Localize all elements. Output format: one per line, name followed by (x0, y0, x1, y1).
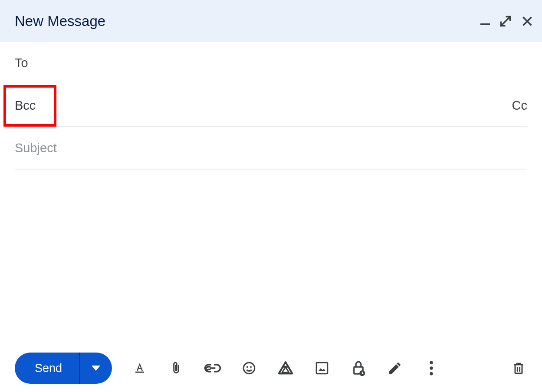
insert-emoji-icon[interactable] (240, 359, 258, 377)
svg-point-7 (430, 366, 433, 369)
header-icons-group (480, 15, 533, 27)
format-text-icon[interactable] (131, 359, 148, 377)
formatting-icons (131, 359, 440, 377)
svg-point-1 (246, 366, 248, 368)
insert-drive-icon[interactable] (277, 359, 294, 377)
compose-toolbar: Send (0, 344, 542, 392)
message-body[interactable] (0, 170, 542, 330)
more-options-icon[interactable] (423, 359, 440, 377)
compose-title: New Message (15, 13, 105, 29)
to-field[interactable]: To (15, 42, 527, 85)
bcc-label: Bcc (15, 98, 36, 113)
send-button-group: Send (15, 353, 112, 384)
compose-header: New Message (0, 0, 542, 42)
subject-field-row (15, 127, 527, 170)
to-label: To (15, 56, 28, 70)
insert-signature-icon[interactable] (386, 359, 404, 377)
insert-link-icon[interactable] (204, 359, 221, 377)
recipient-fields: To Bcc Cc (0, 42, 542, 170)
subject-input[interactable] (15, 141, 527, 155)
svg-point-0 (243, 363, 255, 374)
insert-photo-icon[interactable] (313, 359, 331, 377)
cc-link[interactable]: Cc (512, 98, 527, 113)
fullscreen-icon[interactable] (499, 15, 512, 27)
svg-rect-3 (316, 363, 328, 374)
confidential-mode-icon[interactable] (350, 359, 367, 377)
send-button[interactable]: Send (15, 353, 80, 384)
bcc-field[interactable]: Bcc Cc (15, 85, 527, 127)
close-icon[interactable] (521, 15, 533, 27)
send-options-button[interactable] (80, 353, 112, 384)
discard-draft-icon[interactable] (510, 359, 527, 377)
attach-file-icon[interactable] (168, 359, 185, 377)
svg-point-8 (430, 372, 433, 375)
svg-point-6 (430, 361, 433, 364)
svg-point-2 (250, 366, 252, 368)
minimize-icon[interactable] (480, 17, 490, 25)
